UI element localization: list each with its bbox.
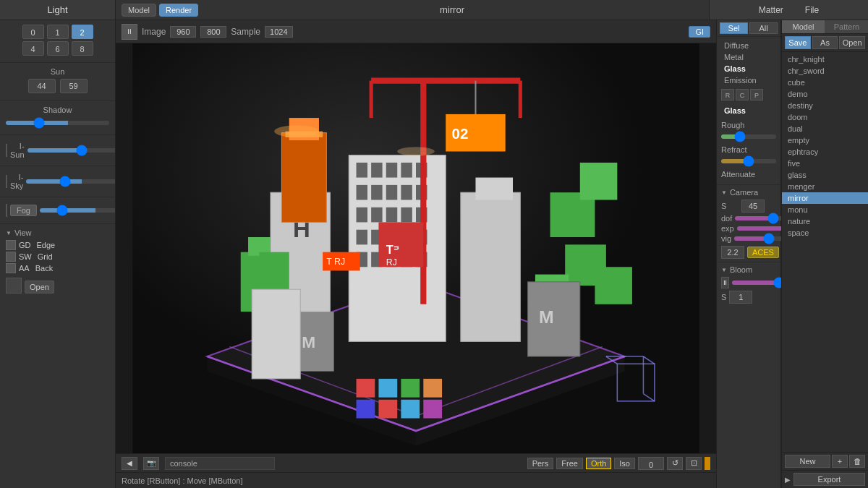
i-sun-color[interactable] [6,144,7,157]
render-pause-button[interactable]: ⏸ [122,24,137,40]
i-sun-slider[interactable] [27,148,116,153]
console-input[interactable] [165,457,275,470]
file-item-space[interactable]: space [782,227,868,239]
i-sun-row: I-Sun [6,142,109,159]
sun-input-2[interactable] [60,79,88,93]
file-item-dual[interactable]: dual [782,123,868,134]
svg-text:M: M [539,307,554,327]
shadow-slider[interactable] [6,121,109,125]
fog-button[interactable]: Fog [10,205,37,216]
rough-slider[interactable] [721,134,776,139]
aces-button[interactable]: ACES [747,247,779,258]
svg-rect-61 [357,400,375,419]
free-button[interactable]: Free [556,458,583,469]
bloom-pause-button[interactable]: ⏸ [721,277,729,288]
num-4[interactable]: 4 [22,41,44,56]
fullscreen-button[interactable]: ⊡ [686,457,702,470]
model-button[interactable]: Model [782,20,825,33]
c-button[interactable]: C [736,89,749,100]
fog-color[interactable] [6,204,7,217]
image-height[interactable]: 800 [200,26,226,38]
gd-label: GD [19,241,31,249]
top-bar: Light Model Render mirror Matter File [0,0,868,20]
file-item-menger[interactable]: menger [782,181,868,192]
r-button[interactable]: R [721,89,734,100]
num-1[interactable]: 1 [47,25,69,39]
gi-button[interactable]: GI [689,26,710,38]
sun-input-1[interactable] [28,79,56,93]
triangle-left-button[interactable]: ◀ [122,457,137,470]
file-item-destiny[interactable]: destiny [782,100,868,111]
left-panel-header: Light [0,0,116,20]
reset-view-button[interactable]: ↺ [667,457,683,470]
file-item-glass[interactable]: glass [782,169,868,181]
file-item-monu[interactable]: monu [782,204,868,215]
file-item-chr_sword[interactable]: chr_sword [782,65,868,77]
refract-slider[interactable] [721,159,776,163]
sel-all-row: Sel All [717,20,780,37]
glass-item[interactable]: Glass [721,63,776,74]
num-0[interactable]: 0 [22,25,44,39]
grid-label: Grid [38,252,53,261]
diffuse-item[interactable]: Diffuse [721,40,776,51]
vig-label: vig [721,234,731,243]
emission-item[interactable]: Emission [721,74,776,86]
save-button[interactable]: Save [785,36,811,49]
gd-check[interactable] [6,240,16,250]
aa-check[interactable] [6,263,16,273]
all-button[interactable]: All [749,22,778,34]
num-8[interactable]: 8 [72,41,93,56]
aces-val-input[interactable] [721,246,744,259]
metal-item[interactable]: Metal [721,51,776,63]
fog-slider[interactable] [40,208,116,213]
image-width[interactable]: 960 [170,26,196,38]
file-item-mirror[interactable]: mirror [782,192,868,204]
matter-properties: Diffuse Metal Glass Emission R C P Glass… [717,37,780,184]
plus-button[interactable]: + [832,455,848,468]
num-6[interactable]: 6 [47,41,69,56]
glass-active[interactable]: Glass [721,105,776,116]
render-tab[interactable]: Render [159,4,198,17]
file-item-five[interactable]: five [782,158,868,169]
attenuate-label: Attenuate [721,170,776,179]
cam-val-input[interactable] [741,200,765,213]
svg-text:RJ: RJ [386,257,397,267]
aa-label: AA [19,264,30,273]
file-item-demo[interactable]: demo [782,88,868,100]
p-button[interactable]: P [750,89,763,100]
iso-value[interactable]: 0 [638,457,664,470]
sel-button[interactable]: Sel [720,22,748,34]
as-button[interactable]: As [812,36,838,49]
bloom-s-val-input[interactable] [729,291,752,304]
i-sky-slider[interactable] [26,179,116,184]
camera-button[interactable]: 📷 [143,457,159,470]
sample-value[interactable]: 1024 [265,26,292,38]
file-item-chr_knight[interactable]: chr_knight [782,53,868,65]
orth-button[interactable]: Orth [586,458,611,469]
model-tab[interactable]: Model [122,4,156,17]
file-item-doom[interactable]: doom [782,111,868,123]
i-sky-color[interactable] [6,175,7,188]
sw-check[interactable] [6,252,16,262]
file-panel-title: File [805,5,819,15]
export-button[interactable]: Export [793,473,865,486]
open-file-button[interactable]: Open [839,36,865,49]
view-label: View [14,228,32,237]
attenuate-row: Attenuate [721,170,776,179]
pers-button[interactable]: Pers [527,458,554,469]
file-item-empty[interactable]: empty [782,134,868,146]
svg-rect-46 [595,267,632,304]
iso-button[interactable]: Iso [614,458,635,469]
file-item-cube[interactable]: cube [782,77,868,88]
delete-button[interactable]: 🗑 [849,455,865,468]
open-button[interactable]: Open [25,281,54,294]
file-item-ephtracy[interactable]: ephtracy [782,146,868,158]
fog-row: Fog [6,204,109,217]
i-sky-section: I-Sky [0,166,115,197]
svg-text:02: 02 [451,125,468,142]
pattern-button[interactable]: Pattern [825,20,868,33]
file-item-nature[interactable]: nature [782,215,868,227]
new-button[interactable]: New [785,455,830,468]
viewport-canvas[interactable]: H 02 [116,43,716,453]
num-2[interactable]: 2 [72,25,93,39]
